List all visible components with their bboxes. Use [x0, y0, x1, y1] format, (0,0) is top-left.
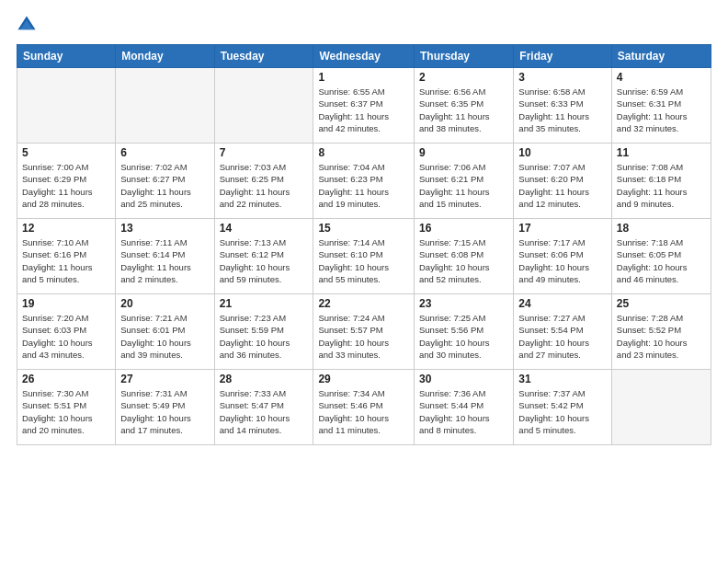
calendar-day-cell: 5Sunrise: 7:00 AMSunset: 6:29 PMDaylight… [17, 144, 116, 219]
calendar-day-cell: 24Sunrise: 7:27 AMSunset: 5:54 PMDayligh… [514, 294, 612, 370]
day-info: Sunrise: 7:36 AMSunset: 5:44 PMDaylight:… [419, 387, 508, 436]
page: SundayMondayTuesdayWednesdayThursdayFrid… [0, 0, 728, 563]
calendar-day-cell [611, 370, 711, 445]
day-number: 20 [120, 297, 209, 310]
day-info: Sunrise: 6:59 AMSunset: 6:31 PMDaylight:… [617, 86, 706, 134]
day-info: Sunrise: 7:33 AMSunset: 5:47 PMDaylight:… [220, 387, 309, 436]
calendar-week-row: 5Sunrise: 7:00 AMSunset: 6:29 PMDaylight… [17, 144, 711, 219]
day-number: 11 [617, 146, 706, 159]
day-number: 22 [318, 297, 409, 310]
day-number: 24 [518, 297, 607, 310]
day-number: 15 [318, 222, 409, 235]
day-number: 19 [22, 297, 110, 310]
calendar-day-cell: 29Sunrise: 7:34 AMSunset: 5:46 PMDayligh… [313, 370, 415, 445]
calendar-day-cell: 12Sunrise: 7:10 AMSunset: 6:16 PMDayligh… [17, 219, 116, 294]
day-number: 9 [419, 146, 508, 159]
day-info: Sunrise: 7:04 AMSunset: 6:23 PMDaylight:… [318, 161, 409, 210]
day-number: 26 [22, 373, 110, 385]
day-info: Sunrise: 7:10 AMSunset: 6:16 PMDaylight:… [22, 236, 110, 285]
day-info: Sunrise: 6:58 AMSunset: 6:33 PMDaylight:… [518, 86, 607, 134]
calendar-day-cell: 14Sunrise: 7:13 AMSunset: 6:12 PMDayligh… [214, 219, 313, 294]
calendar-day-cell: 22Sunrise: 7:24 AMSunset: 5:57 PMDayligh… [313, 294, 415, 370]
calendar-day-cell: 20Sunrise: 7:21 AMSunset: 6:01 PMDayligh… [116, 294, 214, 370]
calendar-day-cell: 21Sunrise: 7:23 AMSunset: 5:59 PMDayligh… [214, 294, 313, 370]
day-number: 12 [22, 222, 110, 235]
weekday-header-saturday: Saturday [611, 45, 711, 68]
day-info: Sunrise: 7:03 AMSunset: 6:25 PMDaylight:… [220, 161, 309, 210]
calendar-day-cell: 17Sunrise: 7:17 AMSunset: 6:06 PMDayligh… [514, 219, 612, 294]
day-info: Sunrise: 7:21 AMSunset: 6:01 PMDaylight:… [120, 312, 209, 361]
weekday-header-monday: Monday [116, 45, 214, 68]
calendar-day-cell: 23Sunrise: 7:25 AMSunset: 5:56 PMDayligh… [415, 294, 514, 370]
day-number: 29 [318, 373, 409, 385]
calendar-day-cell [214, 68, 313, 144]
calendar-day-cell: 9Sunrise: 7:06 AMSunset: 6:21 PMDaylight… [415, 144, 514, 219]
calendar-day-cell: 26Sunrise: 7:30 AMSunset: 5:51 PMDayligh… [17, 370, 116, 445]
day-info: Sunrise: 7:15 AMSunset: 6:08 PMDaylight:… [419, 236, 508, 285]
day-number: 2 [419, 71, 508, 84]
weekday-header-friday: Friday [514, 45, 612, 68]
calendar-day-cell: 10Sunrise: 7:07 AMSunset: 6:20 PMDayligh… [514, 144, 612, 219]
day-number: 23 [419, 297, 508, 310]
calendar-day-cell: 11Sunrise: 7:08 AMSunset: 6:18 PMDayligh… [611, 144, 711, 219]
logo-icon [17, 15, 37, 35]
day-info: Sunrise: 7:02 AMSunset: 6:27 PMDaylight:… [120, 161, 209, 210]
day-info: Sunrise: 7:34 AMSunset: 5:46 PMDaylight:… [318, 387, 409, 436]
day-number: 28 [220, 373, 309, 385]
calendar-day-cell: 13Sunrise: 7:11 AMSunset: 6:14 PMDayligh… [116, 219, 214, 294]
day-info: Sunrise: 7:20 AMSunset: 6:03 PMDaylight:… [22, 312, 110, 361]
day-info: Sunrise: 7:14 AMSunset: 6:10 PMDaylight:… [318, 236, 409, 285]
calendar-day-cell: 31Sunrise: 7:37 AMSunset: 5:42 PMDayligh… [514, 370, 612, 445]
calendar-day-cell: 18Sunrise: 7:18 AMSunset: 6:05 PMDayligh… [611, 219, 711, 294]
calendar-day-cell: 6Sunrise: 7:02 AMSunset: 6:27 PMDaylight… [116, 144, 214, 219]
weekday-header-tuesday: Tuesday [214, 45, 313, 68]
logo [17, 15, 40, 35]
calendar-day-cell: 28Sunrise: 7:33 AMSunset: 5:47 PMDayligh… [214, 370, 313, 445]
calendar-day-cell: 30Sunrise: 7:36 AMSunset: 5:44 PMDayligh… [415, 370, 514, 445]
header [17, 15, 711, 35]
calendar-header-row: SundayMondayTuesdayWednesdayThursdayFrid… [17, 45, 711, 68]
day-number: 27 [120, 373, 209, 385]
day-number: 18 [617, 222, 706, 235]
day-info: Sunrise: 7:31 AMSunset: 5:49 PMDaylight:… [120, 387, 209, 436]
calendar-week-row: 12Sunrise: 7:10 AMSunset: 6:16 PMDayligh… [17, 219, 711, 294]
day-number: 10 [518, 146, 607, 159]
calendar-day-cell: 4Sunrise: 6:59 AMSunset: 6:31 PMDaylight… [611, 68, 711, 144]
day-info: Sunrise: 7:13 AMSunset: 6:12 PMDaylight:… [220, 236, 309, 285]
calendar-day-cell: 7Sunrise: 7:03 AMSunset: 6:25 PMDaylight… [214, 144, 313, 219]
calendar-week-row: 26Sunrise: 7:30 AMSunset: 5:51 PMDayligh… [17, 370, 711, 445]
day-info: Sunrise: 7:00 AMSunset: 6:29 PMDaylight:… [22, 161, 110, 210]
day-info: Sunrise: 7:24 AMSunset: 5:57 PMDaylight:… [318, 312, 409, 361]
day-info: Sunrise: 6:56 AMSunset: 6:35 PMDaylight:… [419, 86, 508, 134]
weekday-header-thursday: Thursday [415, 45, 514, 68]
day-number: 17 [518, 222, 607, 235]
calendar-day-cell: 16Sunrise: 7:15 AMSunset: 6:08 PMDayligh… [415, 219, 514, 294]
day-info: Sunrise: 7:18 AMSunset: 6:05 PMDaylight:… [617, 236, 706, 285]
day-info: Sunrise: 7:23 AMSunset: 5:59 PMDaylight:… [220, 312, 309, 361]
day-number: 4 [617, 71, 706, 84]
weekday-header-sunday: Sunday [17, 45, 116, 68]
calendar-day-cell: 25Sunrise: 7:28 AMSunset: 5:52 PMDayligh… [611, 294, 711, 370]
day-number: 14 [220, 222, 309, 235]
day-number: 25 [617, 297, 706, 310]
calendar-day-cell [17, 68, 116, 144]
day-number: 13 [120, 222, 209, 235]
day-info: Sunrise: 7:28 AMSunset: 5:52 PMDaylight:… [617, 312, 706, 361]
day-number: 31 [518, 373, 607, 385]
calendar-day-cell: 19Sunrise: 7:20 AMSunset: 6:03 PMDayligh… [17, 294, 116, 370]
day-info: Sunrise: 7:17 AMSunset: 6:06 PMDaylight:… [518, 236, 607, 285]
day-info: Sunrise: 7:11 AMSunset: 6:14 PMDaylight:… [120, 236, 209, 285]
day-number: 30 [419, 373, 508, 385]
calendar-day-cell: 27Sunrise: 7:31 AMSunset: 5:49 PMDayligh… [116, 370, 214, 445]
calendar-day-cell [116, 68, 214, 144]
day-number: 21 [220, 297, 309, 310]
calendar-week-row: 1Sunrise: 6:55 AMSunset: 6:37 PMDaylight… [17, 68, 711, 144]
calendar-day-cell: 1Sunrise: 6:55 AMSunset: 6:37 PMDaylight… [313, 68, 415, 144]
calendar-day-cell: 3Sunrise: 6:58 AMSunset: 6:33 PMDaylight… [514, 68, 612, 144]
day-number: 5 [22, 146, 110, 159]
calendar-day-cell: 15Sunrise: 7:14 AMSunset: 6:10 PMDayligh… [313, 219, 415, 294]
day-info: Sunrise: 7:27 AMSunset: 5:54 PMDaylight:… [518, 312, 607, 361]
calendar-day-cell: 8Sunrise: 7:04 AMSunset: 6:23 PMDaylight… [313, 144, 415, 219]
calendar-week-row: 19Sunrise: 7:20 AMSunset: 6:03 PMDayligh… [17, 294, 711, 370]
day-info: Sunrise: 7:30 AMSunset: 5:51 PMDaylight:… [22, 387, 110, 436]
